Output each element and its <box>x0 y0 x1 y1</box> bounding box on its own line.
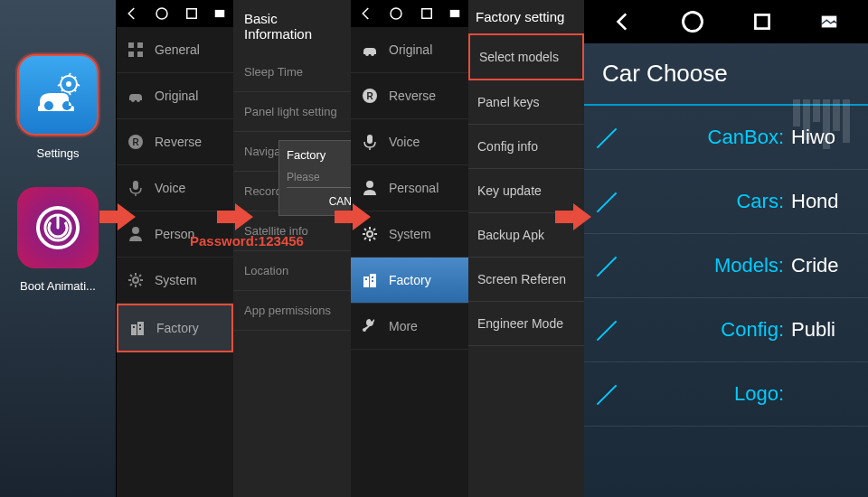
menu-item-voice[interactable]: Voice <box>117 165 233 211</box>
nav-bar <box>117 0 233 27</box>
info-item[interactable]: Sleep Time <box>233 52 351 92</box>
settings-app-icon[interactable] <box>17 54 99 136</box>
panel-title: Car Choose <box>584 43 868 106</box>
svg-rect-35 <box>755 14 769 28</box>
menu-item-factory[interactable]: Factory <box>117 304 233 352</box>
factory-password-dialog: Factory Please CAN <box>278 140 351 216</box>
svg-point-4 <box>156 8 167 19</box>
factory-item-select-models[interactable]: Select models <box>468 33 584 80</box>
menu-item-personal[interactable]: Personal <box>351 165 468 211</box>
menu-label: System <box>389 227 431 241</box>
reverse-icon: R <box>360 86 380 106</box>
svg-rect-7 <box>128 42 134 48</box>
image-icon[interactable] <box>448 7 461 20</box>
recents-icon[interactable] <box>750 10 774 33</box>
wrench-icon <box>360 316 380 336</box>
menu-item-general[interactable]: General <box>117 27 233 73</box>
buildings-icon <box>127 318 147 338</box>
recents-icon[interactable] <box>184 5 200 22</box>
car-row-logo[interactable]: Logo: <box>584 362 868 427</box>
menu-item-system[interactable]: System <box>351 211 468 258</box>
car-label: CanBox: <box>602 126 791 149</box>
home-icon[interactable] <box>680 9 705 34</box>
menu-item-voice[interactable]: Voice <box>351 119 468 165</box>
factory-item-screen-reference[interactable]: Screen Referen <box>468 258 584 302</box>
car-value: Hiwo <box>791 126 850 149</box>
image-icon[interactable] <box>213 7 226 20</box>
factory-item-config-info[interactable]: Config info <box>468 125 584 169</box>
menu-label: System <box>155 273 197 287</box>
menu-label: Personal <box>389 181 439 195</box>
factory-item-backup-apk[interactable]: Backup Apk <box>468 213 584 258</box>
back-icon[interactable] <box>611 10 635 33</box>
factory-item-engineer-mode[interactable]: Engineer Mode <box>468 302 584 346</box>
svg-rect-32 <box>372 277 373 278</box>
info-item[interactable]: App permissions <box>233 291 351 331</box>
menu-label: Person <box>155 227 194 241</box>
factory-item-panel-keys[interactable]: Panel keys <box>468 80 584 125</box>
menu-item-reverse[interactable]: R Reverse <box>117 119 233 165</box>
back-icon[interactable] <box>124 5 140 22</box>
dialog-title: Factory <box>287 148 351 162</box>
car-row-canbox[interactable]: CanBox: Hiwo <box>584 106 868 170</box>
menu-item-system[interactable]: System <box>117 258 233 304</box>
svg-rect-6 <box>215 10 225 17</box>
buildings-icon <box>360 270 380 290</box>
grid-icon <box>126 40 146 60</box>
car-row-cars[interactable]: Cars: Hond <box>584 170 868 234</box>
svg-text:R: R <box>366 91 373 101</box>
boot-animation-app-label: Boot Animati... <box>20 279 96 293</box>
menu-item-more[interactable]: More <box>351 304 468 350</box>
menu-item-original[interactable]: Original <box>117 73 233 119</box>
svg-rect-8 <box>137 42 143 48</box>
info-item[interactable]: Satellite info <box>233 211 351 251</box>
menu-label: Factory <box>389 273 431 287</box>
svg-rect-5 <box>187 9 197 19</box>
svg-point-14 <box>132 227 139 234</box>
car-label: Cars: <box>602 190 791 213</box>
svg-rect-33 <box>372 280 373 282</box>
car-icon <box>360 40 380 60</box>
svg-point-15 <box>133 277 138 283</box>
menu-label: Original <box>155 89 198 103</box>
home-icon[interactable] <box>388 5 404 22</box>
settings-app-label: Settings <box>37 146 80 160</box>
car-label: Logo: <box>602 382 791 406</box>
svg-point-1 <box>66 81 71 87</box>
factory-item-key-update[interactable]: Key update <box>468 169 584 213</box>
svg-rect-19 <box>139 324 141 326</box>
menu-item-personal[interactable]: Person <box>117 211 233 258</box>
info-item[interactable]: Panel light setting <box>233 92 351 132</box>
car-label: Models: <box>602 254 791 277</box>
image-icon[interactable] <box>819 12 839 32</box>
cancel-button[interactable]: CAN <box>287 195 351 208</box>
person-icon <box>126 224 146 244</box>
info-item[interactable]: Location <box>233 251 351 291</box>
svg-rect-9 <box>128 52 134 57</box>
person-icon <box>360 178 380 198</box>
menu-item-reverse[interactable]: R Reverse <box>351 73 468 119</box>
menu-item-factory[interactable]: Factory <box>351 258 468 304</box>
home-icon[interactable] <box>154 5 170 22</box>
svg-rect-22 <box>422 9 432 19</box>
settings-menu-panel-2: Original R Reverse Voice Personal System… <box>351 0 468 497</box>
car-icon <box>126 86 146 106</box>
recents-icon[interactable] <box>419 5 435 22</box>
reverse-icon: R <box>126 132 146 152</box>
svg-point-28 <box>367 231 373 237</box>
car-row-config[interactable]: Config: Publi <box>584 298 868 362</box>
factory-settings-panel: Factory setting Select models Panel keys… <box>468 0 584 497</box>
mic-icon <box>126 178 146 198</box>
car-label: Config: <box>602 318 791 342</box>
menu-label: Factory <box>156 321 199 335</box>
svg-rect-10 <box>137 52 143 57</box>
menu-item-original[interactable]: Original <box>351 27 468 73</box>
svg-rect-18 <box>133 326 135 328</box>
menu-label: Reverse <box>389 89 436 103</box>
password-input[interactable]: Please <box>287 171 351 188</box>
boot-animation-app-icon[interactable] <box>17 187 99 268</box>
back-icon[interactable] <box>358 5 374 22</box>
svg-point-27 <box>366 181 373 188</box>
svg-rect-29 <box>363 277 369 287</box>
car-row-models[interactable]: Models: Cride <box>584 234 868 298</box>
